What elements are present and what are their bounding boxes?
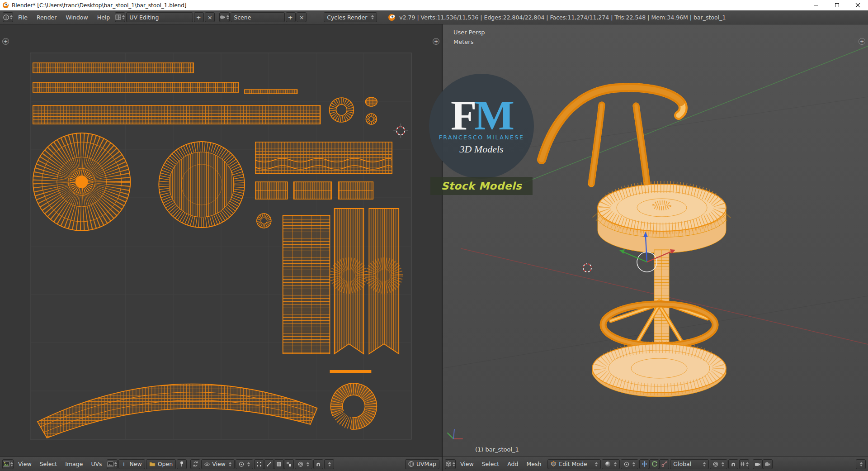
pivot-center-selector[interactable]	[621, 459, 638, 469]
uv-island-strip-2[interactable]	[33, 82, 239, 92]
region-toggle-plus-icon[interactable]: +	[433, 38, 439, 45]
uv-island-rect-1[interactable]	[255, 182, 288, 199]
mode-selector[interactable]: Edit Mode	[547, 459, 601, 469]
image-datablock-browse-button[interactable]	[107, 459, 118, 469]
select-mode-island-button[interactable]	[284, 459, 294, 469]
snap-button[interactable]	[313, 459, 323, 469]
uv-menu-select[interactable]: Select	[36, 457, 61, 471]
stool-backrest[interactable]	[542, 87, 683, 184]
uv-island-wheel[interactable]	[33, 133, 131, 231]
header-collapse-button[interactable]	[856, 459, 866, 469]
region-toggle-plus-icon[interactable]: +	[859, 38, 865, 45]
uv-island-ladder[interactable]	[283, 215, 330, 354]
uv-menu-view[interactable]: View	[14, 457, 35, 471]
info-header: File Render Window Help UV Editing + × S…	[0, 10, 868, 24]
manipulator-rotate-button[interactable]	[649, 459, 659, 469]
uv-island-rect-3[interactable]	[338, 182, 373, 199]
proportional-edit-dropdown[interactable]	[710, 459, 727, 469]
uv-island-fringe-1[interactable]	[334, 209, 363, 354]
uv-islands-canvas[interactable]	[0, 24, 442, 457]
minimize-button[interactable]	[806, 0, 826, 10]
scene-statistics: v2.79 | Verts:11,536/11,536 | Edges:22,8…	[399, 14, 726, 21]
active-object-label: (1) bar_stool_1	[475, 446, 519, 453]
select-mode-vertex-button[interactable]	[254, 459, 264, 469]
plus-icon: +	[196, 14, 201, 21]
close-button[interactable]	[847, 0, 868, 10]
info-icon	[3, 14, 9, 20]
uv-island-edge-strip[interactable]	[330, 370, 372, 373]
stool-base[interactable]	[592, 344, 726, 397]
opengl-render-anim-button[interactable]	[763, 459, 773, 469]
vp-menu-select[interactable]: Select	[478, 457, 503, 471]
scene-browse-button[interactable]	[219, 12, 230, 22]
delete-scene-button[interactable]: ×	[297, 12, 307, 22]
menu-render[interactable]: Render	[33, 11, 61, 24]
magnet-icon	[316, 461, 321, 467]
proportional-edit-icon	[298, 461, 303, 467]
uvmap-selector[interactable]: UVMap	[405, 459, 439, 469]
proportional-edit-dropdown[interactable]	[295, 459, 312, 469]
dropdown-arrows-icon	[226, 15, 229, 19]
uv-island-rect-2[interactable]	[294, 182, 332, 199]
editor-type-button[interactable]	[2, 459, 14, 469]
view-mode-dropdown[interactable]: View	[201, 459, 235, 469]
editor-type-button[interactable]	[445, 459, 456, 469]
vp-menu-view[interactable]: View	[457, 457, 477, 471]
select-mode-edge-button[interactable]	[264, 459, 274, 469]
proportional-edit-icon	[713, 461, 718, 467]
menu-help[interactable]: Help	[93, 11, 114, 24]
uv-menu-image[interactable]: Image	[61, 457, 86, 471]
watermark-logo: F M FRANCESCO MILANESE 3D Models	[429, 74, 534, 179]
snap-button[interactable]	[728, 459, 738, 469]
uv-menu-uvs[interactable]: UVs	[87, 457, 105, 471]
scale-icon	[661, 461, 667, 467]
select-mode-face-button[interactable]	[274, 459, 284, 469]
pivot-dropdown[interactable]	[236, 459, 253, 469]
maximize-button[interactable]	[826, 0, 847, 10]
viewport-units-label: Meters	[453, 38, 473, 45]
orientation-selector[interactable]: Global	[670, 459, 709, 469]
shading-sphere-icon	[605, 461, 611, 467]
render-engine-selector[interactable]: Cycles Render	[324, 12, 377, 22]
uv-island-strip-1[interactable]	[33, 63, 193, 73]
new-image-button[interactable]: + New	[118, 459, 145, 469]
uv-sync-select-button[interactable]	[190, 459, 200, 469]
x-icon: ×	[208, 14, 212, 21]
uv-island-wavy-block[interactable]	[255, 142, 392, 174]
pin-button[interactable]	[177, 459, 187, 469]
uv-island-strip-3[interactable]	[33, 105, 321, 124]
vp-menu-add[interactable]: Add	[504, 457, 522, 471]
open-image-button[interactable]: Open	[146, 459, 176, 469]
add-scene-button[interactable]: +	[286, 12, 296, 22]
dropdown-arrows-icon	[114, 462, 117, 466]
viewport-3d-cursor[interactable]	[580, 261, 594, 275]
dropdown-arrows-icon	[371, 15, 374, 19]
snap-element-dropdown[interactable]	[739, 459, 749, 469]
opengl-render-image-button[interactable]	[753, 459, 763, 469]
uv-island-fringe-2[interactable]	[369, 209, 399, 354]
uv-island-strip-thin[interactable]	[245, 90, 297, 94]
manipulator-translate-button[interactable]	[639, 459, 649, 469]
manipulator-scale-button[interactable]	[659, 459, 669, 469]
editor-type-info-button[interactable]	[3, 12, 13, 22]
screen-layout-value: UV Editing	[129, 14, 159, 21]
viewport-header: View Select Add Mesh Edit Mode	[443, 457, 868, 471]
delete-screen-layout-button[interactable]: ×	[205, 12, 215, 22]
render-engine-value: Cycles Render	[327, 14, 367, 21]
region-toggle-plus-icon[interactable]: +	[2, 38, 9, 45]
screen-layout-browse-button[interactable]	[115, 12, 125, 22]
uv-island-ellipse-tiny[interactable]	[365, 97, 377, 106]
snap-target-dropdown[interactable]	[324, 459, 334, 469]
add-screen-layout-button[interactable]: +	[194, 12, 204, 22]
menu-window[interactable]: Window	[61, 11, 92, 24]
axis-y-arrow-icon	[619, 249, 625, 254]
screen-layout-selector[interactable]: UV Editing	[126, 12, 193, 22]
vp-menu-mesh[interactable]: Mesh	[523, 457, 545, 471]
uv-editor-canvas[interactable]: + +	[0, 24, 442, 457]
viewport-shading-selector[interactable]	[602, 459, 620, 469]
dropdown-arrows-icon	[328, 462, 331, 466]
scene-selector[interactable]: Scene	[231, 12, 285, 22]
uv-editor-header: View Select Image UVs + New Open	[0, 457, 442, 471]
stool-seat[interactable]	[598, 184, 726, 253]
menu-file[interactable]: File	[14, 11, 32, 24]
